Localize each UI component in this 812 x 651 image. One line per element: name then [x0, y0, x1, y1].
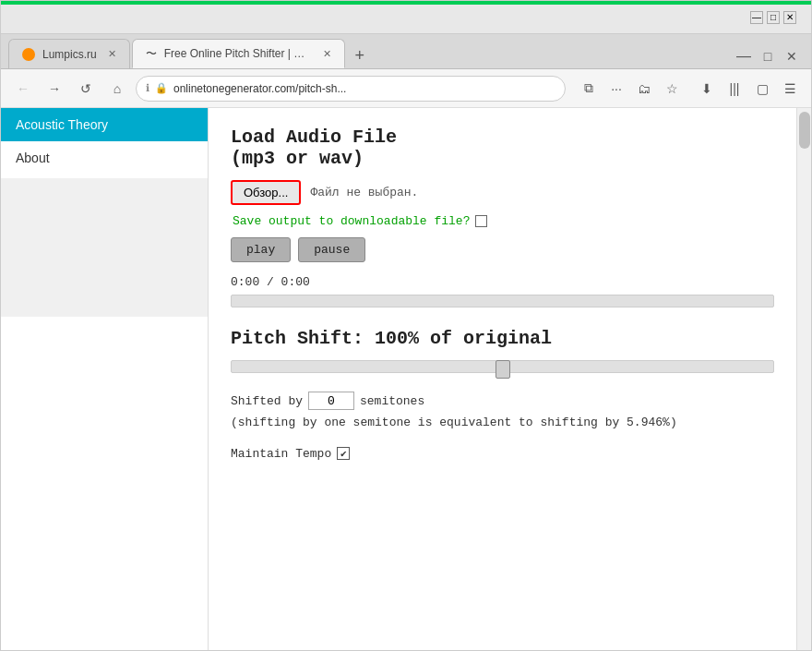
title-bar: — □ ✕ — [1, 1, 811, 34]
minimize-button[interactable]: — — [750, 11, 763, 24]
scrollbar[interactable] — [796, 108, 811, 650]
save-output-label: Save output to downloadable file? — [233, 214, 470, 228]
back-button[interactable]: ← — [10, 76, 36, 102]
sidebar-placeholder — [1, 178, 208, 317]
main-content: Load Audio File (mp3 or wav) Обзор... Фа… — [209, 108, 796, 650]
pocket-icon[interactable]: 🗂 — [632, 77, 656, 101]
load-audio-title: Load Audio File (mp3 or wav) — [231, 127, 774, 169]
time-display: 0:00 / 0:00 — [231, 275, 774, 289]
new-tab-button[interactable]: + — [347, 42, 373, 68]
address-bar-input[interactable]: ℹ 🔒 onlinetonegenerator.com/pitch-sh... — [136, 76, 566, 102]
sidebar: Acoustic Theory About — [1, 108, 209, 650]
copy-icon[interactable]: ⧉ — [577, 77, 601, 101]
maximize-button[interactable]: □ — [767, 11, 780, 24]
green-top-bar — [1, 1, 811, 5]
tab-favicon-wave: 〜 — [146, 46, 157, 62]
pitch-slider-thumb[interactable] — [496, 360, 510, 379]
sidebar-item-acoustic-theory[interactable]: Acoustic Theory — [1, 108, 208, 141]
save-output-checkbox[interactable] — [475, 215, 487, 227]
browser-window: — □ ✕ Lumpics.ru ✕ 〜 Free Online Pitch S… — [0, 0, 812, 651]
maintain-tempo-row: Maintain Tempo ✔ — [231, 447, 774, 461]
close-win-icon[interactable]: ✕ — [780, 44, 804, 68]
scrollbar-thumb[interactable] — [799, 112, 810, 149]
bookmark-icon[interactable]: ☆ — [660, 77, 684, 101]
forward-button[interactable]: → — [42, 76, 67, 102]
tab-lumpics[interactable]: Lumpics.ru ✕ — [8, 39, 130, 68]
save-output-row: Save output to downloadable file? — [231, 214, 774, 228]
tab-pitch-shifter[interactable]: 〜 Free Online Pitch Shifter | Onli... ✕ — [132, 39, 345, 68]
maintain-tempo-checkbox[interactable]: ✔ — [337, 447, 350, 460]
tab-label-pitch-shifter: Free Online Pitch Shifter | Onli... — [164, 47, 312, 60]
play-button[interactable]: play — [231, 237, 291, 262]
close-button[interactable]: ✕ — [783, 11, 796, 24]
page-area: Acoustic Theory About Load Audio File (m… — [1, 108, 811, 650]
browse-button[interactable]: Обзор... — [231, 180, 301, 205]
playback-buttons: play pause — [231, 237, 774, 262]
window-controls: — □ ✕ — [750, 11, 796, 24]
tab-close-pitch-shifter[interactable]: ✕ — [323, 48, 331, 60]
info-icon: ℹ — [146, 82, 149, 94]
tab-label-lumpics: Lumpics.ru — [42, 48, 97, 61]
restore-win-icon[interactable]: □ — [756, 44, 780, 68]
semitones-row: Shifted by semitones — [231, 392, 774, 410]
reload-button[interactable]: ↺ — [73, 76, 99, 102]
reader-icon[interactable]: ||| — [722, 77, 746, 101]
download-icon[interactable]: ⬇ — [695, 77, 719, 101]
semitones-input[interactable] — [308, 392, 354, 410]
home-button[interactable]: ⌂ — [104, 76, 130, 102]
semitones-label: semitones — [360, 394, 424, 408]
menu-icon[interactable]: ☰ — [778, 77, 802, 101]
no-file-label: Файл не выбран. — [310, 186, 418, 199]
pitch-slider-wrap — [231, 360, 774, 379]
pause-button[interactable]: pause — [298, 237, 365, 262]
minimize-win-icon[interactable]: — — [732, 44, 756, 68]
toolbar-icons: ⧉ ··· 🗂 ☆ ⬇ ||| ▢ ☰ — [577, 77, 802, 101]
progress-bar[interactable] — [231, 295, 774, 307]
more-icon[interactable]: ··· — [604, 77, 628, 101]
shifted-by-label: Shifted by — [231, 394, 303, 408]
tab-favicon-lumpics — [22, 48, 35, 61]
semitones-note: (shifting by one semitone is equivalent … — [231, 414, 774, 432]
pitch-shift-title: Pitch Shift: 100% of original — [231, 328, 774, 349]
lock-icon: 🔒 — [155, 82, 168, 94]
url-display: onlinetonegenerator.com/pitch-sh... — [173, 82, 555, 95]
address-bar: ← → ↺ ⌂ ℹ 🔒 onlinetonegenerator.com/pitc… — [1, 69, 811, 108]
sidebar-toggle-icon[interactable]: ▢ — [750, 77, 774, 101]
maintain-tempo-label: Maintain Tempo — [231, 447, 331, 461]
file-input-row: Обзор... Файл не выбран. — [231, 180, 774, 205]
tabs-bar: Lumpics.ru ✕ 〜 Free Online Pitch Shifter… — [1, 34, 811, 69]
sidebar-item-about[interactable]: About — [1, 141, 208, 175]
tab-close-lumpics[interactable]: ✕ — [108, 48, 116, 60]
